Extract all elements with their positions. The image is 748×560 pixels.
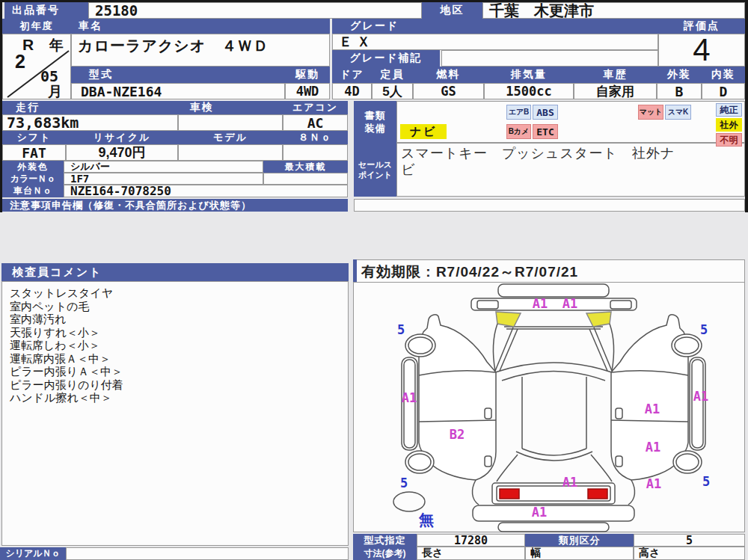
comment-line: 室内ペットの毛 [10, 300, 348, 313]
notes-label: 注意事項申告欄（修復・不具合箇所および状態等） [2, 199, 348, 212]
model-label: 型式 [71, 67, 285, 83]
displacement-label: 排気量 [484, 67, 574, 83]
equipment-box [396, 101, 745, 143]
tread-label: 5 [397, 322, 405, 337]
chassis-label: 車台Ｎｏ [2, 185, 64, 197]
mileage-label: 走行 [2, 101, 178, 114]
model2-value [178, 144, 283, 161]
damage-label: A1 [646, 476, 661, 491]
model-desig-label: 型式指定 [353, 534, 417, 547]
first-year-cell: R 年 2 05 月 [2, 34, 71, 99]
recycle-label: リサイクル [66, 131, 178, 144]
inspection-label: 車検 [178, 101, 283, 114]
comment-line: 運転席しわ＜小＞ [10, 339, 348, 352]
inspection-value [178, 114, 283, 131]
damage-label: B2 [450, 427, 465, 442]
grade-value: ＥＸ [332, 34, 658, 50]
max-load-label: 最大積載 [263, 161, 348, 173]
aircon-label: エアコン [283, 101, 348, 114]
grade-note-value [441, 50, 658, 67]
recycle-value: 9,470円 [66, 144, 178, 161]
genuine-badge: 純正 [716, 103, 742, 117]
tread-label: 5 [702, 474, 710, 489]
car-name-value: カローラアクシオ ４ＷＤ [71, 34, 330, 67]
eight-no-value [283, 144, 348, 161]
navi-badge: ナビ [400, 124, 447, 139]
inspector-comment-box: スタットレスタイヤ 室内ペットの毛 室内薄汚れ 天張りすれ＜小＞ 運転席しわ＜小… [1, 281, 349, 546]
height-label: 高さ [639, 547, 660, 560]
width-cell: 幅 [525, 547, 634, 560]
comment-line: ピラー内張りＡ＜中＞ [10, 365, 348, 378]
abs-badge: ABS [533, 105, 558, 120]
door-label: ドア [332, 67, 372, 83]
height-cell: 高さ [634, 547, 745, 560]
district-label: 地区 [422, 2, 482, 19]
displacement-value: 1500cc [484, 83, 574, 99]
model2-label: モデル [178, 131, 283, 144]
damage-label: A1 [645, 401, 660, 416]
first-year-value: 2 [15, 51, 25, 73]
validity-blue-bar [353, 259, 357, 283]
comment-line: 室内薄汚れ [10, 313, 348, 326]
car-name-label: 車名 [71, 19, 330, 34]
comment-line: ピラー内張りのり付着 [10, 378, 348, 392]
chassis-value: NZE164-7078250 [64, 185, 348, 197]
capacity-label: 定員 [372, 67, 413, 83]
mat-badge: マット [638, 105, 663, 120]
color-no-value: 1F7 [64, 173, 263, 185]
sales-point-label: セールス ポイント [354, 143, 396, 197]
comment-line: 運転席内張Ａ＜中＞ [10, 352, 348, 366]
right-border [745, 0, 748, 212]
unknown-badge: 不明 [716, 133, 742, 147]
damage-label: A1 [562, 475, 577, 490]
airbag-badge: エアB [506, 105, 531, 120]
fuel-label: 燃料 [413, 67, 484, 83]
comment-line: ハンドル擦れ＜中＞ [10, 391, 348, 404]
comment-line: スタットレスタイヤ [10, 286, 348, 300]
width-label: 幅 [530, 547, 541, 560]
serial-no-label: シリアルＮｏ [0, 547, 66, 560]
tread-label: 5 [400, 476, 408, 490]
door-value: 4D [332, 83, 372, 99]
comment-line: 天張りすれ＜小＞ [10, 326, 348, 339]
tread-label: 5 [700, 322, 708, 337]
exterior-value: B [657, 83, 702, 99]
smartkey-badge: スマK [665, 105, 691, 120]
backcam-badge: Bカメ [506, 124, 531, 139]
eight-no-label: ８Ｎｏ [283, 131, 348, 144]
first-year-month-suffix: 月 [48, 82, 62, 102]
first-year-label: 初年度 [2, 19, 71, 34]
history-label: 車歴 [574, 67, 657, 83]
grade-note-label: グレード補記 [332, 50, 440, 67]
aircon-value: AC [283, 114, 348, 131]
max-load-value [263, 173, 348, 185]
class-label: 類別区分 [525, 534, 634, 547]
lot-number-label: 出品番号 [4, 2, 88, 19]
score-value: 4 [658, 34, 745, 67]
capacity-value: 5人 [372, 83, 413, 99]
interior-value: D [702, 83, 745, 99]
length-label: 長さ [422, 547, 443, 560]
score-label: 評価点 [658, 19, 745, 34]
district-value: 千葉 木更津市 [482, 2, 745, 19]
class-value: 5 [634, 534, 745, 547]
sales-point-text: スマートキー プッシュスタート 社外ナビ [401, 145, 676, 178]
color-label: 外装色 [2, 161, 64, 173]
damage-label: A1 [402, 390, 417, 405]
interior-label: 内装 [702, 67, 745, 83]
docs-equip-label: 書類 装備 [354, 101, 396, 143]
drive-label: 駆動 [285, 67, 330, 83]
history-value: 自家用 [574, 83, 657, 99]
grade-label: グレード [332, 19, 658, 34]
model-value: DBA-NZE164 [71, 83, 285, 99]
dims-label: 寸法(参考) [353, 547, 417, 560]
no-spare-label: 無 [419, 510, 434, 530]
mileage-value: 73,683km [2, 114, 178, 131]
damage-label: A1 [562, 296, 577, 311]
lot-number-value: 25180 [88, 2, 422, 19]
auction-sheet: { "header": { "lot_label": "出品番号", "lot_… [0, 0, 748, 560]
length-cell: 長さ [417, 547, 525, 560]
damage-label: A1 [532, 505, 547, 520]
serial-no-value [66, 547, 349, 560]
color-no-label: カラーＮｏ [2, 173, 64, 185]
